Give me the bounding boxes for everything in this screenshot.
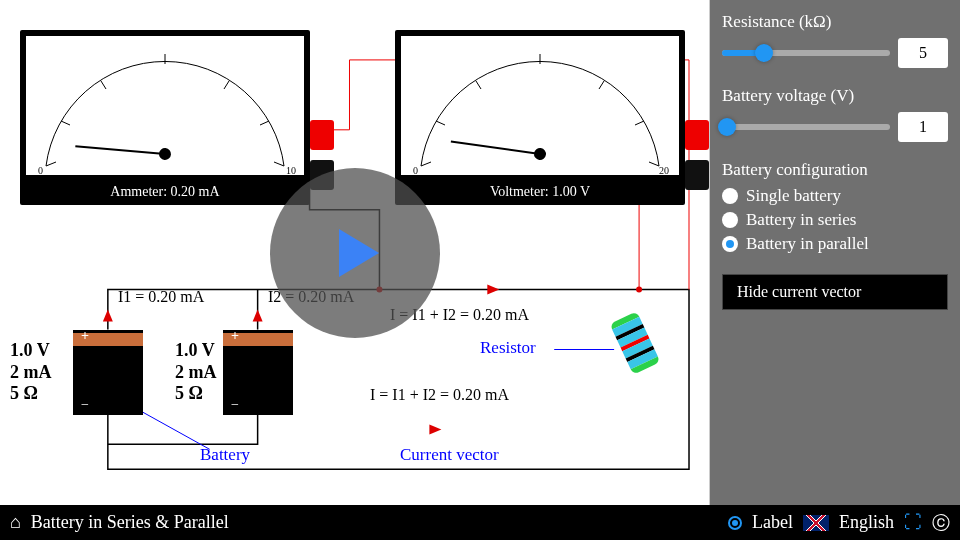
voltage-slider[interactable] [722,124,890,130]
svg-point-1 [636,287,642,293]
radio-series[interactable]: Battery in series [722,210,948,230]
voltmeter-terminal-neg [685,160,709,190]
svg-line-6 [101,81,106,89]
copyright-icon[interactable]: ⓒ [932,511,950,535]
battery2-spec: 1.0 V2 mA5 Ω [175,340,217,405]
battery1-spec: 1.0 V2 mA5 Ω [10,340,52,405]
label-toggle[interactable] [728,516,742,530]
flag-icon[interactable] [803,515,829,531]
svg-line-16 [599,81,604,89]
fullscreen-icon[interactable]: ⛶ [904,512,922,533]
svg-line-2 [46,162,56,166]
hide-vector-button[interactable]: Hide current vector [722,274,948,310]
isum-bot-label: I = I1 + I2 = 0.20 mA [370,386,509,404]
voltmeter-label: Voltmeter: 1.00 V [395,184,685,200]
battery-annotation: Battery [200,445,250,465]
page-title: Battery in Series & Parallel [31,512,229,533]
resistance-slider[interactable] [722,50,890,56]
svg-line-11 [421,162,431,166]
svg-text:20: 20 [659,165,669,175]
simulation-canvas: 010 Ammeter: 0.20 mA 020 [0,0,710,505]
voltmeter-terminal-pos [685,120,709,150]
svg-marker-20 [339,229,379,277]
i1-label: I1 = 0.20 mA [118,288,204,306]
home-icon[interactable]: ⌂ [10,512,21,533]
svg-text:10: 10 [286,165,296,175]
svg-line-4 [61,121,70,125]
resistor [610,311,661,374]
voltage-value[interactable]: 1 [898,112,948,142]
resistor-annotation: Resistor [480,338,536,358]
resistance-label: Resistance (kΩ) [722,12,948,32]
resistance-value[interactable]: 5 [898,38,948,68]
svg-line-3 [274,162,284,166]
controls-panel: Resistance (kΩ) 5 Battery voltage (V) 1 … [710,0,960,505]
battery-1: + − [73,330,143,415]
svg-line-12 [649,162,659,166]
play-button[interactable] [270,168,440,338]
config-label: Battery configuration [722,160,948,180]
svg-line-7 [224,81,229,89]
svg-line-15 [476,81,481,89]
ammeter-label: Ammeter: 0.20 mA [20,184,310,200]
label-text: Label [752,512,793,533]
radio-single[interactable]: Single battery [722,186,948,206]
svg-text:0: 0 [38,165,43,175]
svg-line-5 [260,121,269,125]
language[interactable]: English [839,512,894,533]
footer: ⌂ Battery in Series & Parallel Label Eng… [0,505,960,540]
ammeter: 010 Ammeter: 0.20 mA [20,30,310,205]
battery-2: + − [223,330,293,415]
svg-line-14 [635,121,644,125]
svg-text:0: 0 [413,165,418,175]
voltmeter: 020 Voltmeter: 1.00 V [395,30,685,205]
ammeter-terminal-pos [310,120,334,150]
voltage-label: Battery voltage (V) [722,86,948,106]
radio-parallel[interactable]: Battery in parallel [722,234,948,254]
vector-annotation: Current vector [400,445,499,465]
svg-line-13 [436,121,445,125]
